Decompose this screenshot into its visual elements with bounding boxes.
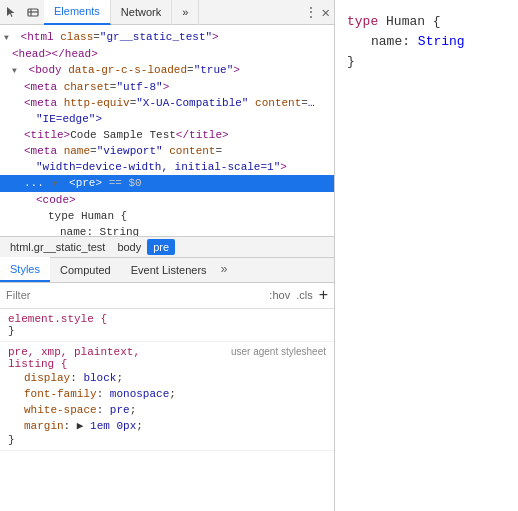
hov-toggle[interactable]: :hov xyxy=(269,289,290,301)
margin-expand-icon[interactable]: ▶ xyxy=(77,420,84,432)
css-rule-user-agent: pre, xmp, plaintext, user agent styleshe… xyxy=(0,342,334,451)
css-prop-white-space: white-space: pre; xyxy=(8,402,326,418)
cls-toggle[interactable]: .cls xyxy=(296,289,313,301)
code-line-3: } xyxy=(347,52,506,72)
tree-row-html[interactable]: <html class="gr__static_test"> xyxy=(0,29,334,46)
tab-elements[interactable]: Elements xyxy=(44,0,111,25)
tree-row-title[interactable]: <title>Code Sample Test</title> xyxy=(0,127,334,143)
filter-input[interactable] xyxy=(6,289,269,301)
breadcrumb-pre[interactable]: pre xyxy=(147,239,175,255)
style-tabs-more[interactable]: » xyxy=(217,263,232,277)
tree-row-text1[interactable]: type Human { xyxy=(0,208,334,224)
tree-row-meta-charset[interactable]: <meta charset="utf-8"> xyxy=(0,79,334,95)
top-tabs-bar: Elements Network » ⋮ ✕ xyxy=(0,0,334,25)
css-prop-display: display: block; xyxy=(8,370,326,386)
css-selector-pre: pre, xmp, plaintext, user agent styleshe… xyxy=(8,346,326,358)
devtools-menu-icon[interactable]: ⋮ xyxy=(304,4,318,21)
tab-network[interactable]: Network xyxy=(111,0,172,25)
style-tabs-bar: Styles Computed Event Listeners » xyxy=(0,258,334,283)
devtools-close-icon[interactable]: ✕ xyxy=(322,4,330,21)
code-line-1: type Human { xyxy=(347,12,506,32)
breadcrumb-body[interactable]: body xyxy=(111,239,147,255)
tree-row-pre[interactable]: ... <pre> == $0 xyxy=(0,175,334,192)
devtools-panel: Elements Network » ⋮ ✕ <html class="gr__… xyxy=(0,0,335,511)
tree-row-text2[interactable]: name: String xyxy=(0,224,334,236)
tree-row-body[interactable]: <body data-gr-c-s-loaded="true"> xyxy=(0,62,334,79)
breadcrumb-html[interactable]: html.gr__static_test xyxy=(4,239,111,255)
css-closing-element-style: } xyxy=(8,325,326,337)
tab-styles[interactable]: Styles xyxy=(0,257,50,282)
css-selector-listing: listing { xyxy=(8,358,326,370)
tree-row-meta-compat-val[interactable]: "IE=edge"> xyxy=(0,111,334,127)
styles-panel: element.style { } pre, xmp, plaintext, u… xyxy=(0,309,334,512)
tab-more[interactable]: » xyxy=(172,0,199,25)
tab-event-listeners[interactable]: Event Listeners xyxy=(121,257,217,282)
box-inspect-icon[interactable] xyxy=(22,0,44,25)
css-rule-element-style: element.style { } xyxy=(0,309,334,342)
css-prop-font-family: font-family: monospace; xyxy=(8,386,326,402)
breadcrumb: html.gr__static_test body pre xyxy=(0,236,334,258)
filter-bar: :hov .cls + xyxy=(0,283,334,309)
tree-row-meta-viewport-val[interactable]: "width=device-width, initial-scale=1"> xyxy=(0,159,334,175)
css-source-label: user agent stylesheet xyxy=(231,346,326,357)
tree-row-meta-viewport[interactable]: <meta name="viewport" content= xyxy=(0,143,334,159)
css-selector-element-style: element.style { xyxy=(8,313,326,325)
code-preview: type Human { name: String } xyxy=(335,0,518,511)
css-prop-margin: margin: ▶ 1em 0px; xyxy=(8,418,326,434)
add-style-button[interactable]: + xyxy=(319,286,328,304)
tree-row-head[interactable]: <head></head> xyxy=(0,46,334,62)
tree-row-meta-compat[interactable]: <meta http-equiv="X-UA-Compatible" conte… xyxy=(0,95,334,111)
tree-row-code[interactable]: <code> xyxy=(0,192,334,208)
code-line-2: name: String xyxy=(347,32,506,52)
html-tree: <html class="gr__static_test"> <head></h… xyxy=(0,25,334,236)
css-closing-user-agent: } xyxy=(8,434,326,446)
tab-computed[interactable]: Computed xyxy=(50,257,121,282)
cursor-icon[interactable] xyxy=(0,0,22,25)
